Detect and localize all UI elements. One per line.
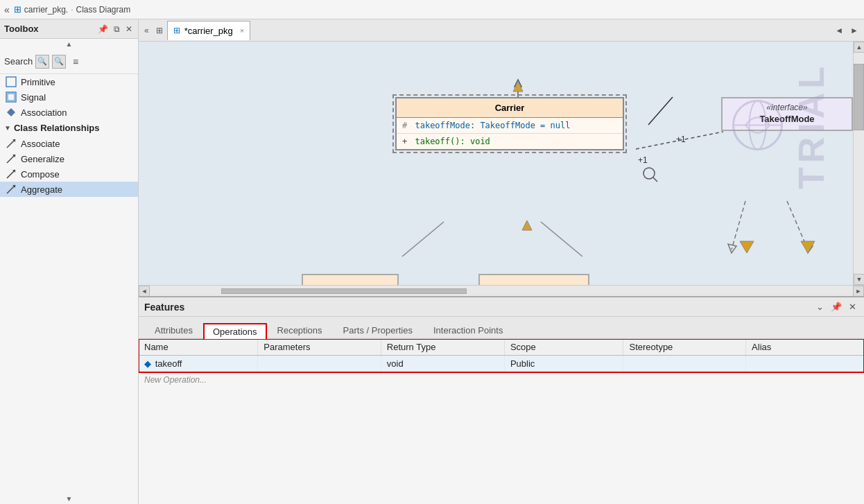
method-text: takeoff(): void bbox=[415, 137, 490, 146]
sub-class-right[interactable] bbox=[478, 274, 589, 285]
method-visibility-plus: + bbox=[402, 137, 407, 146]
tab-nav-grid[interactable]: ⊞ bbox=[153, 24, 166, 37]
sub-class-left[interactable] bbox=[302, 274, 399, 285]
app-window: « ⊞ carrier_pkg. · Class Diagram Toolbox… bbox=[0, 0, 864, 504]
hscroll-track[interactable] bbox=[151, 288, 852, 294]
tab-back-btn[interactable]: ◄ bbox=[832, 24, 846, 37]
carrier-method-takeoff: + takeoff(): void bbox=[397, 134, 623, 149]
search-icon: 🔍 bbox=[37, 57, 47, 66]
nav-back-icon[interactable]: « bbox=[3, 3, 11, 16]
hscroll-right-button[interactable]: ► bbox=[853, 286, 864, 297]
primitive-icon bbox=[6, 76, 17, 87]
generalize-icon bbox=[6, 153, 17, 164]
toolbox-item-association[interactable]: Association bbox=[0, 105, 138, 120]
toolbox-header-icons: 📌 ⧉ ✕ bbox=[96, 24, 134, 35]
tab-operations[interactable]: Operations bbox=[203, 323, 267, 339]
diagram-icon: ⊞ bbox=[14, 4, 21, 15]
toolbox-header: Toolbox 📌 ⧉ ✕ bbox=[0, 19, 138, 39]
compose-icon bbox=[6, 168, 17, 180]
col-alias: Alias bbox=[746, 339, 864, 356]
svg-marker-24 bbox=[513, 82, 523, 92]
table-row[interactable]: ◆ takeoff void Public bbox=[139, 356, 864, 372]
content-area: Toolbox 📌 ⧉ ✕ ▲ Search 🔍 🔍 bbox=[0, 19, 864, 504]
canvas-wrapper: +1 +1 bbox=[139, 42, 864, 285]
toolbox-close-icon[interactable]: ✕ bbox=[124, 24, 134, 35]
carrier-class[interactable]: Carrier # takeoffMode: TakeoffMode = nul… bbox=[395, 97, 624, 150]
associate-icon bbox=[6, 138, 17, 149]
features-close-icon[interactable]: ✕ bbox=[847, 301, 858, 313]
svg-marker-19 bbox=[804, 244, 813, 253]
class-relationships-header[interactable]: ▼ Class Relationships bbox=[0, 120, 138, 136]
toolbox-item-compose[interactable]: Compose bbox=[0, 166, 138, 182]
operation-icon: ◆ bbox=[144, 358, 151, 369]
features-float-icon[interactable]: ⌄ bbox=[814, 301, 826, 313]
toolbox-float-icon[interactable]: ⧉ bbox=[112, 24, 121, 35]
new-operation-placeholder[interactable]: New Operation... bbox=[139, 372, 864, 388]
search-icon-2: 🔍 bbox=[54, 57, 64, 66]
diagram-area: « ⊞ ⊞ *carrier_pkg × ◄ ► bbox=[139, 19, 864, 504]
svg-rect-0 bbox=[6, 77, 16, 87]
vertical-scrollbar[interactable]: ▲ ▼ bbox=[853, 42, 864, 285]
svg-marker-3 bbox=[7, 108, 15, 116]
tab-close-icon[interactable]: × bbox=[240, 26, 244, 35]
carrier-class-name: Carrier bbox=[397, 98, 623, 118]
aggregate-icon bbox=[6, 184, 17, 195]
vscroll-track[interactable] bbox=[854, 53, 864, 274]
diagram-canvas[interactable]: +1 +1 bbox=[139, 42, 853, 285]
svg-line-14 bbox=[636, 132, 723, 149]
tab-forward-btn[interactable]: ► bbox=[847, 24, 861, 37]
toolbox-pin-icon[interactable]: 📌 bbox=[96, 24, 110, 35]
svg-marker-17 bbox=[728, 244, 736, 253]
toolbox-items-list: Primitive Signal Association ▼ bbox=[0, 74, 138, 494]
carrier-field-takeoff-mode: # takeoffMode: TakeoffMode = null bbox=[397, 118, 623, 134]
trial-logo bbox=[732, 99, 784, 153]
tab-nav-left[interactable]: « bbox=[141, 24, 152, 37]
operations-table: Name Parameters Return Type Scope bbox=[139, 339, 864, 372]
toolbox-title: Toolbox bbox=[4, 24, 39, 34]
cell-alias bbox=[746, 356, 864, 372]
svg-line-15 bbox=[648, 97, 673, 125]
tab-receptions[interactable]: Receptions bbox=[267, 322, 333, 339]
tab-parts-properties[interactable]: Parts / Properties bbox=[333, 322, 423, 339]
horizontal-scrollbar[interactable]: ◄ ► bbox=[139, 285, 864, 296]
hscroll-thumb[interactable] bbox=[221, 288, 467, 294]
col-parameters: Parameters bbox=[258, 339, 381, 356]
toolbox-item-signal[interactable]: Signal bbox=[0, 89, 138, 105]
toolbox-item-aggregate[interactable]: Aggregate bbox=[0, 182, 138, 197]
toolbox-item-primitive-label: Primitive bbox=[21, 77, 55, 87]
svg-marker-26 bbox=[740, 241, 754, 253]
toolbox-item-associate-label: Associate bbox=[21, 139, 60, 149]
table-header-row: Name Parameters Return Type Scope bbox=[139, 339, 864, 356]
tab-diagram-icon: ⊞ bbox=[173, 26, 180, 35]
breadcrumb-type: Class Diagram bbox=[76, 5, 131, 15]
svg-text:+1: +1 bbox=[638, 155, 648, 165]
menu-icon: ≡ bbox=[73, 56, 78, 67]
toolbox-item-association-label: Association bbox=[21, 107, 67, 118]
vscroll-up-button[interactable]: ▲ bbox=[854, 42, 864, 53]
tab-interaction-points[interactable]: Interaction Points bbox=[423, 322, 513, 339]
search-button[interactable]: 🔍 bbox=[35, 55, 49, 69]
toolbox-menu-button[interactable]: ≡ bbox=[69, 55, 83, 69]
features-pin-icon[interactable]: 📌 bbox=[829, 301, 844, 313]
search-label: Search bbox=[4, 56, 33, 67]
svg-line-16 bbox=[732, 201, 745, 250]
toolbox-scroll-up[interactable]: ▲ bbox=[0, 39, 138, 49]
collapse-icon: ▼ bbox=[4, 124, 11, 132]
search-button-2[interactable]: 🔍 bbox=[52, 55, 66, 69]
svg-point-28 bbox=[643, 168, 655, 179]
field-visibility-hash: # bbox=[402, 121, 407, 130]
toolbox-panel: Toolbox 📌 ⧉ ✕ ▲ Search 🔍 🔍 bbox=[0, 19, 139, 504]
vscroll-down-button[interactable]: ▼ bbox=[854, 274, 864, 285]
tab-attributes[interactable]: Attributes bbox=[144, 322, 203, 339]
cell-scope: Public bbox=[504, 356, 623, 372]
toolbox-item-generalize[interactable]: Generalize bbox=[0, 151, 138, 166]
toolbox-item-associate[interactable]: Associate bbox=[0, 136, 138, 151]
svg-line-29 bbox=[653, 177, 657, 182]
toolbox-item-primitive[interactable]: Primitive bbox=[0, 74, 138, 89]
svg-line-21 bbox=[541, 222, 582, 257]
toolbox-scroll-down[interactable]: ▼ bbox=[0, 494, 138, 504]
hscroll-left-button[interactable]: ◄ bbox=[139, 286, 150, 297]
cell-name: ◆ takeoff bbox=[139, 356, 258, 372]
vscroll-thumb[interactable] bbox=[854, 64, 864, 130]
diagram-tab-carrier[interactable]: ⊞ *carrier_pkg × bbox=[167, 21, 251, 40]
